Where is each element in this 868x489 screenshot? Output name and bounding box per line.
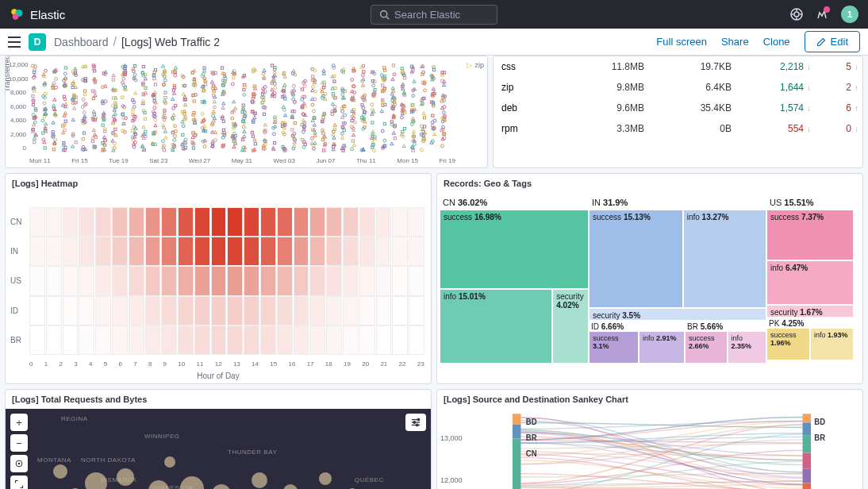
global-search[interactable]: Search Elastic: [371, 5, 497, 25]
svg-point-98: [75, 74, 78, 77]
svg-rect-749: [421, 73, 424, 75]
svg-point-684: [383, 139, 386, 142]
svg-point-793: [443, 106, 446, 109]
map-bubble[interactable]: [212, 484, 231, 489]
svg-rect-383: [222, 120, 225, 122]
svg-rect-246: [154, 83, 156, 86]
svg-point-198: [133, 106, 136, 109]
scatter-plot[interactable]: [29, 61, 455, 155]
svg-point-469: [274, 87, 277, 90]
svg-point-2: [13, 13, 19, 20]
svg-rect-132: [92, 90, 94, 92]
svg-point-784: [442, 111, 445, 114]
geo-map[interactable]: + − REGINAWINNIPEGTHUNDER BAYNORTH DAKOT…: [6, 409, 431, 489]
svg-rect-496: [282, 87, 285, 89]
svg-point-121: [83, 93, 86, 96]
svg-rect-134: [93, 114, 95, 116]
svg-rect-26: [34, 65, 36, 67]
svg-point-114: [82, 98, 85, 102]
svg-line-4: [386, 16, 389, 18]
svg-rect-723: [401, 130, 404, 133]
heatmap-xticks: 01234567891011121314151617181920212223: [29, 360, 424, 368]
svg-point-580: [331, 113, 334, 116]
map-bubble[interactable]: [148, 480, 169, 489]
svg-point-657: [371, 103, 374, 106]
ext-cell: deb: [501, 102, 565, 114]
user-avatar[interactable]: 1: [841, 6, 858, 23]
svg-point-728: [412, 94, 415, 98]
sankey-yticks: 13,00012,000: [440, 417, 463, 489]
svg-point-81: [63, 72, 67, 75]
notification-dot: [824, 6, 830, 13]
map-title: [Logs] Total Requests and Bytes: [6, 390, 431, 409]
svg-rect-195: [121, 129, 124, 132]
clone-link[interactable]: Clone: [763, 36, 790, 48]
map-bubble[interactable]: [180, 476, 204, 489]
table-row[interactable]: rpm 3.3MB 0B 554↓ 0↓: [494, 118, 862, 139]
map-bubble[interactable]: [252, 472, 267, 488]
total-cell: 9.6MB: [565, 102, 644, 114]
svg-point-282: [174, 74, 177, 77]
svg-point-38: [43, 102, 46, 105]
sankey-chart[interactable]: BDBRCNBDBR: [469, 412, 855, 489]
map-bubble[interactable]: [85, 472, 107, 489]
layers-button[interactable]: [405, 414, 426, 431]
svg-rect-373: [221, 67, 223, 69]
treemap-chart[interactable]: CN 36.02%success 16.98%info 15.01%securi…: [440, 196, 859, 363]
svg-rect-14: [33, 141, 36, 143]
svg-point-775: [431, 121, 434, 124]
svg-point-46: [42, 138, 45, 141]
svg-point-210: [133, 145, 136, 148]
svg-rect-815: [802, 453, 811, 469]
map-bubble[interactable]: [283, 484, 298, 489]
scatter-xticks: Mon 11Fri 15Tue 19Sat 23Wed 27May 31Wed …: [29, 157, 455, 164]
map-bubble[interactable]: [164, 456, 175, 468]
map-bubble[interactable]: [53, 464, 67, 479]
avg-cell: 19.7KB: [644, 61, 732, 72]
table-row[interactable]: zip 9.8MB 6.4KB 1,644↓ 2↑: [494, 77, 862, 98]
svg-rect-615: [351, 140, 354, 142]
news-icon[interactable]: [816, 8, 828, 21]
rank-cell: 0↓: [811, 123, 858, 134]
svg-rect-667: [374, 88, 376, 90]
share-link[interactable]: Share: [721, 36, 749, 48]
heatmap-grid[interactable]: [29, 207, 424, 355]
map-bubble[interactable]: [117, 468, 134, 486]
svg-point-95: [74, 102, 77, 105]
heatmap-xlabel: Hour of Day: [197, 372, 239, 380]
svg-rect-605: [340, 107, 343, 110]
svg-point-406: [231, 83, 234, 86]
treemap-title: Records: Geo & Tags: [437, 174, 862, 193]
svg-rect-685: [384, 69, 386, 71]
zoom-out-button[interactable]: −: [10, 434, 28, 452]
scatter-legend-zip[interactable]: ▷zip: [467, 61, 484, 69]
svg-point-731: [413, 143, 416, 146]
svg-point-740: [424, 89, 427, 92]
help-icon[interactable]: [790, 8, 803, 21]
avg-cell: 35.4KB: [644, 102, 732, 114]
breadcrumb-parent[interactable]: Dashboard: [54, 36, 109, 48]
table-row[interactable]: deb 9.6MB 35.4KB 1,574↓ 6↑: [494, 98, 862, 118]
elastic-logo-icon: [10, 7, 24, 21]
brand-logo[interactable]: Elastic: [10, 7, 65, 21]
svg-rect-461: [263, 113, 265, 115]
map-bubble[interactable]: [319, 472, 332, 485]
table-row[interactable]: css 11.8MB 19.7KB 2,218↓ 5↓: [494, 56, 862, 77]
rank-cell: 2↑: [811, 82, 858, 93]
rank-cell: 5↓: [811, 61, 858, 72]
svg-rect-694: [383, 87, 386, 90]
search-icon: [379, 10, 390, 20]
edit-button[interactable]: Edit: [805, 31, 860, 52]
locate-button[interactable]: [10, 455, 28, 472]
zoom-in-button[interactable]: +: [10, 414, 28, 431]
breadcrumb-current: [Logs] Web Traffic 2: [121, 36, 220, 48]
menu-icon[interactable]: [8, 37, 21, 48]
svg-rect-31: [33, 71, 35, 73]
svg-point-808: [416, 424, 418, 426]
full-screen-link[interactable]: Full screen: [656, 36, 707, 48]
svg-rect-595: [343, 129, 345, 131]
svg-point-253: [153, 106, 156, 110]
expand-button[interactable]: [10, 476, 28, 489]
svg-rect-268: [163, 149, 165, 152]
svg-rect-810: [513, 425, 521, 439]
